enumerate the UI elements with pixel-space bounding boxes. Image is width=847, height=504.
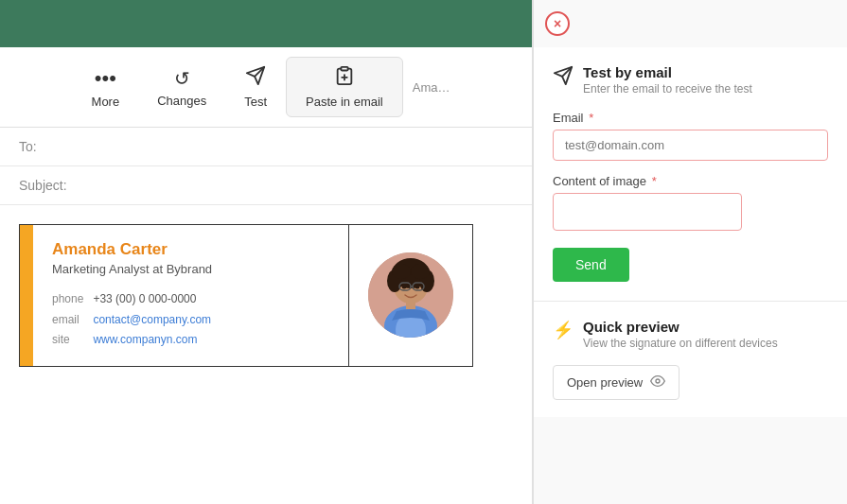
eye-icon: [650, 374, 665, 391]
toolbar-changes[interactable]: ↺ Changes: [138, 60, 225, 115]
signature-photo: [349, 225, 472, 366]
signature-orange-bar: [20, 225, 33, 366]
phone-label: phone: [52, 289, 93, 310]
content-form-group: Content of image *: [553, 174, 828, 231]
send-icon: [553, 65, 573, 91]
email-value: contact@company.com: [93, 310, 211, 331]
email-link[interactable]: contact@company.com: [93, 313, 211, 326]
signature-card: Amanda Carter Marketing Analyst at Bybra…: [19, 224, 473, 367]
preview-section-title: Quick preview: [583, 319, 778, 335]
subject-label: Subject:: [19, 178, 67, 193]
svg-point-14: [411, 264, 430, 279]
signature-title: Marketing Analyst at Bybrand: [52, 262, 329, 276]
to-field[interactable]: To:: [0, 128, 532, 166]
close-button[interactable]: ×: [545, 11, 570, 36]
preview-section: ⚡ Quick preview View the signature on di…: [534, 302, 847, 417]
toolbar-ama-label: Ama…: [413, 80, 450, 95]
site-link[interactable]: www.companyn.com: [93, 333, 197, 346]
test-icon: [245, 65, 266, 91]
signature-details: phone +33 (00) 0 000-0000 email contact@…: [52, 289, 329, 351]
svg-point-23: [656, 379, 660, 383]
toolbar-changes-label: Changes: [157, 94, 206, 108]
to-label: To:: [19, 139, 37, 154]
email-required: *: [589, 111, 593, 125]
signature-content: Amanda Carter Marketing Analyst at Bybra…: [33, 225, 349, 366]
svg-point-16: [415, 285, 420, 289]
signature-area: Amanda Carter Marketing Analyst at Bybra…: [0, 205, 532, 386]
lightning-icon: ⚡: [553, 320, 573, 340]
email-label: email: [52, 310, 93, 331]
changes-icon: ↺: [174, 67, 190, 90]
site-value: www.companyn.com: [93, 330, 211, 351]
preview-section-subtitle: View the signature on different devices: [583, 337, 778, 350]
preview-section-titles: Quick preview View the signature on diff…: [583, 319, 778, 350]
left-panel: ••• More ↺ Changes Test: [0, 0, 533, 504]
signature-name: Amanda Carter: [52, 240, 329, 259]
email-form-group: Email *: [553, 111, 828, 161]
site-label: site: [52, 330, 93, 351]
test-section-subtitle: Enter the email to receive the test: [583, 82, 752, 96]
content-input[interactable]: [553, 193, 742, 231]
toolbar-paste-in-email[interactable]: Paste in email: [286, 57, 403, 117]
subject-field[interactable]: Subject:: [0, 166, 532, 205]
toolbar: ••• More ↺ Changes Test: [0, 47, 532, 128]
svg-point-13: [392, 264, 411, 279]
preview-section-header: ⚡ Quick preview View the signature on di…: [553, 319, 828, 350]
toolbar-paste-label: Paste in email: [306, 95, 383, 109]
content-form-label: Content of image *: [553, 174, 828, 188]
toolbar-ama[interactable]: Ama…: [403, 73, 460, 102]
svg-rect-2: [341, 67, 347, 71]
toolbar-more[interactable]: ••• More: [73, 59, 139, 116]
top-bar: [0, 0, 532, 47]
avatar: [368, 252, 453, 338]
test-section-title: Test by email: [583, 64, 752, 80]
compose-area: To: Subject:: [0, 128, 532, 205]
content-required: *: [652, 174, 657, 188]
toolbar-test[interactable]: Test: [225, 58, 286, 116]
right-panel: × Test by email Enter the email to recei…: [533, 0, 847, 504]
open-preview-button[interactable]: Open preview: [553, 365, 679, 400]
svg-point-15: [402, 285, 407, 289]
test-section-header: Test by email Enter the email to receive…: [553, 64, 828, 96]
test-section: Test by email Enter the email to receive…: [534, 47, 847, 302]
open-preview-label: Open preview: [567, 375, 643, 390]
paste-icon: [334, 65, 355, 91]
email-form-label: Email *: [553, 111, 828, 125]
phone-value: +33 (00) 0 000-0000: [93, 289, 211, 310]
toolbar-test-label: Test: [244, 95, 267, 109]
toolbar-more-label: More: [92, 95, 120, 109]
svg-rect-20: [406, 302, 415, 309]
test-section-titles: Test by email Enter the email to receive…: [583, 64, 752, 96]
email-input[interactable]: [553, 130, 828, 161]
more-icon: •••: [95, 66, 116, 91]
send-button[interactable]: Send: [553, 248, 629, 282]
